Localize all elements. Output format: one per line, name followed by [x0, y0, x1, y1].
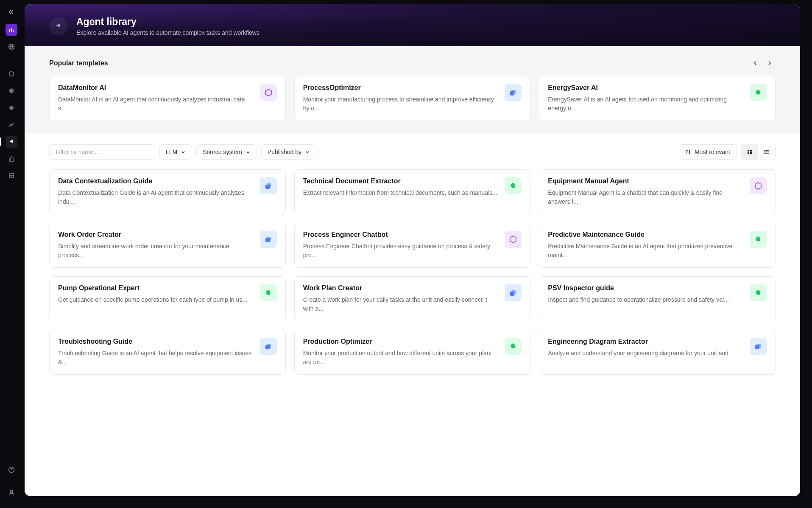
chevron-down-icon	[181, 149, 186, 154]
leaf-icon	[505, 177, 522, 194]
layers-icon	[505, 284, 522, 301]
agent-card[interactable]: PSV Inspector guide Inspect and find gui…	[539, 276, 776, 321]
page-header-icon	[49, 17, 68, 36]
sidebar-item-agents[interactable]	[6, 136, 17, 148]
agent-desc: Process Engineer Chatbot provides easy g…	[303, 242, 499, 260]
popular-templates-section: Popular templates DataMonitor AI DataMon…	[25, 46, 800, 134]
agent-title: Troubleshooting Guide	[58, 338, 254, 345]
sidebar-item-activity[interactable]	[6, 119, 17, 131]
agent-card[interactable]: Work Plan Creator Create a work plan for…	[294, 276, 531, 321]
agent-desc: Extract relevant information from techni…	[303, 188, 499, 197]
agent-card[interactable]: Production Optimizer Monitor your produc…	[294, 330, 531, 375]
template-card[interactable]: DataMonitor AI DataMonitor AI is an AI a…	[49, 76, 286, 121]
sidebar-item-feedback[interactable]	[6, 153, 17, 165]
template-desc: EnergySaver AI is an AI agent focused on…	[548, 95, 744, 113]
svg-point-15	[765, 150, 765, 151]
layers-icon	[750, 338, 767, 355]
svg-rect-0	[9, 29, 10, 32]
agent-title: Process Engineer Chatbot	[303, 231, 499, 239]
agent-desc: Analyze and understand your engineering …	[548, 349, 744, 358]
template-card[interactable]: ProcessOptimizer Monitor your manufactur…	[294, 76, 531, 121]
agent-card[interactable]: Troubleshooting Guide Troubleshooting Gu…	[49, 330, 286, 375]
svg-rect-11	[748, 150, 749, 152]
sidebar-item-circle[interactable]	[6, 102, 17, 114]
sidebar-collapse-button[interactable]	[6, 6, 17, 18]
sidebar-item-globe[interactable]	[6, 41, 17, 53]
svg-rect-2	[13, 30, 14, 32]
agent-desc: Create a work plan for your daily tasks …	[303, 295, 499, 313]
chevron-down-icon	[246, 149, 251, 154]
hexagon-icon	[750, 177, 767, 194]
template-title: DataMonitor AI	[58, 84, 254, 92]
agent-desc: Equipment Manual Agent is a chatbot that…	[548, 188, 744, 206]
filter-llm-dropdown[interactable]: LLM	[159, 144, 192, 160]
agent-title: Data Contextualization Guide	[58, 177, 254, 185]
agent-card[interactable]: Technical Document Extractor Extract rel…	[294, 169, 531, 214]
agent-title: Engineering Diagram Extractor	[548, 338, 744, 345]
chevron-down-icon	[305, 149, 310, 154]
agent-title: Work Plan Creator	[303, 284, 499, 292]
agent-card[interactable]: Predictive Maintenance Guide Predictive …	[539, 223, 776, 268]
layers-icon	[260, 338, 277, 355]
template-card[interactable]: EnergySaver AI EnergySaver AI is an AI a…	[539, 76, 776, 121]
agent-card[interactable]: Engineering Diagram Extractor Analyze an…	[539, 330, 776, 375]
leaf-icon	[750, 84, 767, 101]
sort-label: Most relevant	[695, 149, 730, 155]
agent-card[interactable]: Equipment Manual Agent Equipment Manual …	[539, 169, 776, 214]
svg-rect-21	[265, 238, 270, 242]
view-toggle	[741, 144, 776, 160]
layers-icon	[505, 84, 522, 101]
sidebar-item-layout[interactable]	[6, 170, 17, 182]
templates-prev-button[interactable]	[749, 57, 761, 69]
view-list-button[interactable]	[758, 144, 775, 160]
svg-rect-14	[750, 152, 752, 154]
agent-card[interactable]: Process Engineer Chatbot Process Enginee…	[294, 223, 531, 268]
agent-card[interactable]: Pump Operational Expert Get guidance on …	[49, 276, 286, 321]
agent-desc: Get guidance on specific pump operations…	[58, 295, 254, 304]
agent-title: Technical Document Extractor	[303, 177, 499, 185]
page-title: Agent library	[76, 16, 260, 28]
svg-rect-19	[265, 185, 270, 189]
leaf-icon	[750, 284, 767, 301]
svg-rect-12	[750, 150, 752, 152]
sidebar-item-cube[interactable]	[6, 85, 17, 97]
templates-next-button[interactable]	[764, 57, 776, 69]
svg-point-17	[765, 153, 765, 154]
agent-desc: Predictive Maintenance Guide is an AI ag…	[548, 242, 744, 260]
hexagon-icon	[505, 231, 522, 248]
agent-card[interactable]: Data Contextualization Guide Data Contex…	[49, 169, 286, 214]
agent-title: Equipment Manual Agent	[548, 177, 744, 185]
agent-desc: Inspect and find guidance to operational…	[548, 295, 744, 304]
leaf-icon	[505, 338, 522, 355]
filter-source-label: Source system	[203, 149, 242, 155]
filter-name-input[interactable]	[49, 144, 155, 160]
svg-rect-13	[748, 152, 749, 154]
svg-rect-27	[755, 345, 759, 349]
agent-title: Production Optimizer	[303, 338, 499, 345]
section-heading: Popular templates	[49, 59, 108, 67]
filter-published-label: Published by	[268, 149, 301, 155]
layers-icon	[260, 231, 277, 248]
account-button[interactable]	[6, 487, 17, 499]
sidebar	[0, 0, 23, 508]
svg-rect-23	[510, 292, 514, 296]
sort-icon	[685, 149, 691, 155]
view-grid-button[interactable]	[741, 144, 758, 160]
svg-rect-6	[9, 174, 14, 178]
leaf-icon	[750, 231, 767, 248]
svg-rect-1	[11, 28, 12, 32]
sort-dropdown[interactable]: Most relevant	[679, 144, 737, 160]
help-button[interactable]	[6, 464, 17, 476]
agent-title: Predictive Maintenance Guide	[548, 231, 744, 239]
sidebar-item-product[interactable]	[6, 68, 17, 80]
template-title: ProcessOptimizer	[303, 84, 499, 92]
agent-card[interactable]: Work Order Creator Simplify and streamli…	[49, 223, 286, 268]
filter-source-dropdown[interactable]: Source system	[196, 144, 257, 160]
template-desc: Monitor your manufacturing process to st…	[303, 95, 499, 113]
page-header: Agent library Explore available AI agent…	[25, 4, 800, 46]
agent-desc: Monitor your production output and how d…	[303, 349, 499, 367]
agent-desc: Data Contextualization Guide is an AI ag…	[58, 188, 254, 206]
template-title: EnergySaver AI	[548, 84, 744, 92]
sidebar-item-dashboard[interactable]	[6, 24, 17, 36]
filter-published-dropdown[interactable]: Published by	[261, 144, 316, 160]
